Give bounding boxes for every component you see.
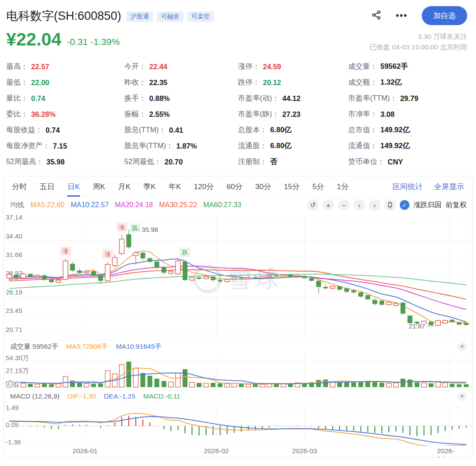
stat-label: 总股本： <box>238 125 267 135</box>
tab-季K[interactable]: 季K <box>143 176 156 197</box>
stat-label: 成交量： <box>348 62 377 71</box>
stat-label: 最高： <box>6 62 28 71</box>
stat-item: 振幅：2.55% <box>124 106 238 122</box>
ma-legend-item: MA30:25.22 <box>159 201 197 209</box>
stat-value: 0.88% <box>149 94 170 103</box>
share-icon[interactable] <box>371 10 382 22</box>
tab-15分[interactable]: 15分 <box>284 176 300 197</box>
stat-item: 量比：0.74 <box>6 90 124 106</box>
stat-item: 市盈率(静)：27.23 <box>238 106 348 122</box>
stat-value: 44.12 <box>283 94 301 103</box>
volume-panel-header: 成交量 59562手 MA5:72906手 MA10:91645手 ✕ <box>4 340 472 353</box>
macd-close-icon[interactable]: ✕ <box>457 392 467 401</box>
stat-value: 7.15 <box>53 142 67 150</box>
stat-item: 股息率(TTM)：1.87% <box>124 138 238 154</box>
stat-label: 跌停： <box>238 78 260 87</box>
stat-item: 市盈率(动)：44.12 <box>238 90 348 106</box>
stat-value: 27.23 <box>283 110 301 119</box>
attribution-check-icon[interactable]: ✓ <box>400 200 409 210</box>
candle-style-icon[interactable] <box>384 199 396 211</box>
stat-item: 市净率：3.08 <box>348 106 467 122</box>
stat-value: CNY <box>388 158 403 166</box>
candlestick-chart[interactable]: 雪球 37.1434.4031.6628.9226.1923.4520.71涨涨… <box>4 213 472 340</box>
chart-tabbar: 分时五日日K周K月K季K年K120分60分30分15分5分1分区间统计全屏显示 <box>4 176 472 197</box>
svg-text:1.49: 1.49 <box>6 404 19 411</box>
adjust-mode-toggle[interactable]: 前复权 <box>446 201 467 210</box>
tab-日K[interactable]: 日K <box>67 176 80 197</box>
tab-年K[interactable]: 年K <box>168 176 181 197</box>
stat-value: 1.32亿 <box>380 78 402 87</box>
stock-title: 电科数字(SH:600850) <box>6 8 121 24</box>
undo-icon[interactable]: ↺ <box>307 199 319 211</box>
stat-label: 股息率(TTM)： <box>124 141 173 151</box>
stat-value: 20.12 <box>263 78 281 87</box>
prev-icon[interactable]: ‹ <box>353 199 365 211</box>
stat-item: 注册制：否 <box>238 154 348 170</box>
stat-label: 今开： <box>124 62 146 71</box>
tab-五日[interactable]: 五日 <box>40 176 55 197</box>
svg-text:31.66: 31.66 <box>6 251 22 258</box>
chart-toolbar: ↺+−‹›✓涨跌归因前复权 <box>307 199 467 211</box>
stat-label: 每股收益： <box>6 125 43 135</box>
tab-60分[interactable]: 60分 <box>227 176 242 197</box>
stat-value: 22.57 <box>31 63 49 71</box>
stat-item: 流通值：149.92亿 <box>348 138 467 154</box>
stat-item: 每股净资产：7.15 <box>6 138 124 154</box>
tab-120分[interactable]: 120分 <box>194 176 214 197</box>
header-actions: ••• 加自选 <box>371 6 467 25</box>
stat-label: 换手： <box>124 93 146 103</box>
stat-item: 成交额：1.32亿 <box>348 75 467 90</box>
volume-chart[interactable]: 54.30万27.15万0.00 <box>4 353 472 390</box>
add-watchlist-button[interactable]: 加自选 <box>422 6 467 25</box>
stat-item: 今开：22.44 <box>124 59 238 75</box>
x-axis-label: 2026-01 <box>73 447 98 455</box>
stat-value: 1.87% <box>176 142 197 150</box>
stat-item: 昨收：22.35 <box>124 75 238 90</box>
stat-label: 市盈率(TTM)： <box>348 93 397 103</box>
chart-card: 分时五日日K周K月K季K年K120分60分30分15分5分1分区间统计全屏显示 … <box>4 176 472 458</box>
stats-grid: 最高：22.57最低：22.00量比：0.74委比：36.28%每股收益：0.7… <box>6 59 467 170</box>
tab-5分[interactable]: 5分 <box>312 176 324 197</box>
zoom-in-icon[interactable]: + <box>323 199 334 211</box>
link-区间统计[interactable]: 区间统计 <box>393 182 423 192</box>
stat-label: 市盈率(动)： <box>238 93 279 103</box>
stat-label: 流通值： <box>348 141 377 151</box>
stat-label: 委比： <box>6 109 28 119</box>
svg-text:涨: 涨 <box>119 224 125 231</box>
svg-text:0.05: 0.05 <box>6 421 19 429</box>
stat-label: 52周最低： <box>124 157 161 167</box>
stat-value: 0.74 <box>31 94 45 103</box>
market-status: 已收盘 04-03 15:00:00 北京时间 <box>370 42 467 52</box>
more-icon[interactable]: ••• <box>396 11 408 21</box>
stat-value: 6.80亿 <box>270 141 292 151</box>
tab-分时[interactable]: 分时 <box>12 176 27 197</box>
svg-text:26.19: 26.19 <box>6 288 22 296</box>
ma-legend-items: MA5:22.60MA10:22.57MA20:24.18MA30:25.22M… <box>30 201 248 209</box>
macd-panel-header: MACD (12,26,9) DIF:-1.30 DEA:-1.25 MACD:… <box>4 390 472 403</box>
volume-close-icon[interactable]: ✕ <box>457 342 467 351</box>
stock-header: 电科数字(SH:600850) 沪股通可融资可卖空 ••• 加自选 ¥22.04… <box>0 0 476 170</box>
current-price: ¥22.04 <box>6 30 61 48</box>
svg-text:54.30万: 54.30万 <box>6 354 29 362</box>
stock-tag: 可融资 <box>157 11 183 22</box>
zoom-out-icon[interactable]: − <box>338 199 350 211</box>
svg-text:37.14: 37.14 <box>6 213 22 221</box>
tab-1分[interactable]: 1分 <box>337 176 348 197</box>
stat-label: 振幅： <box>124 109 146 119</box>
ma-legend-item: MA20:24.18 <box>115 201 153 209</box>
attribution-toggle[interactable]: 涨跌归因 <box>413 201 442 210</box>
stat-label: 每股净资产： <box>6 141 50 151</box>
tab-30分[interactable]: 30分 <box>255 176 271 197</box>
followers-count: 3.30 万球友关注 <box>370 31 467 42</box>
next-icon[interactable]: › <box>369 199 380 211</box>
tab-周K[interactable]: 周K <box>93 176 105 197</box>
stat-value: 24.59 <box>263 63 281 71</box>
stat-item: 总股本：6.80亿 <box>238 122 348 138</box>
stat-item: 换手：0.88% <box>124 90 238 106</box>
tab-月K[interactable]: 月K <box>118 176 130 197</box>
ma-legend-prefix: 均线 <box>10 201 24 210</box>
ma-legend-item: MA5:22.60 <box>30 201 64 209</box>
macd-chart[interactable]: 1.490.05-1.38 <box>4 403 472 446</box>
ma-legend-item: MA60:27.33 <box>203 201 241 209</box>
link-全屏显示[interactable]: 全屏显示 <box>434 182 464 192</box>
